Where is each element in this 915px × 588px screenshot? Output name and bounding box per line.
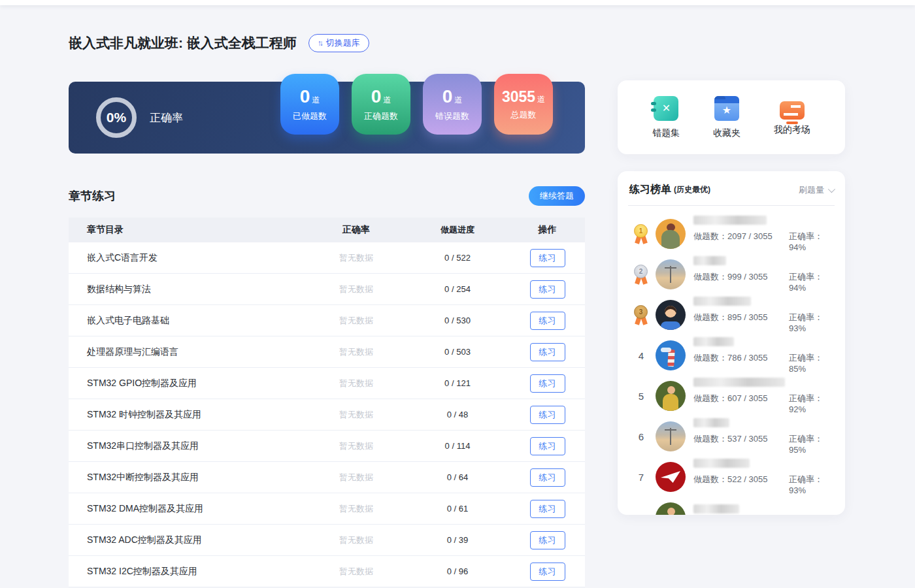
done-value: 999 / 3055 bbox=[727, 272, 767, 282]
done-value: 607 / 3055 bbox=[727, 393, 767, 403]
entry-accuracy-value: 94% bbox=[789, 283, 806, 293]
avatar bbox=[656, 340, 686, 370]
leaderboard-title: 练习榜单 bbox=[629, 183, 671, 197]
chapter-name: 数据结构与算法 bbox=[69, 284, 307, 295]
practice-button[interactable]: 练习 bbox=[530, 249, 565, 267]
summary-banner: 0% 正确率 0 道 已做题数 bbox=[69, 82, 585, 154]
entry-accuracy-value: 92% bbox=[789, 404, 806, 414]
done-label: 做题数： bbox=[693, 474, 727, 484]
switch-arrows-icon: ↑↓ bbox=[318, 39, 322, 48]
leaderboard-entry-info: 做题数： 正确率： bbox=[693, 504, 835, 515]
table-row: 嵌入式电子电路基础 暂无数据 0 / 530 练习 bbox=[69, 305, 585, 336]
chapter-name: STM32 ADC控制器及其应用 bbox=[69, 534, 307, 546]
stat-card: 0 道 错误题数 bbox=[423, 74, 482, 135]
entry-accuracy-value: 85% bbox=[789, 364, 806, 374]
done-label: 做题数： bbox=[693, 231, 727, 241]
blurred-username bbox=[693, 459, 750, 468]
shortcut-item[interactable]: ✕ 错题集 bbox=[652, 96, 680, 139]
table-row: STM32 GPIO控制器及应用 暂无数据 0 / 121 练习 bbox=[69, 368, 585, 399]
done-label: 做题数： bbox=[693, 353, 727, 363]
leaderboard-row: 4 4 做题数：786 / 3055 bbox=[628, 335, 835, 376]
done-value: 895 / 3055 bbox=[727, 312, 767, 322]
done-label: 做题数： bbox=[693, 272, 727, 282]
done-label: 做题数： bbox=[693, 393, 727, 403]
table-row: STM32 ADC控制器及其应用 暂无数据 0 / 39 练习 bbox=[69, 525, 585, 556]
leaderboard-row: 6 6 做题数：537 / 3055 bbox=[628, 416, 835, 457]
shortcut-item[interactable]: ★ 收藏夹 bbox=[713, 96, 740, 139]
practice-dashboard-page: 嵌入式非凡就业班: 嵌入式全栈工程师 ↑↓ 切换题库 0% 正确率 bbox=[0, 5, 915, 587]
table-row: STM32串口控制器及其应用 暂无数据 0 / 114 练习 bbox=[69, 431, 585, 462]
title-row: 嵌入式非凡就业班: 嵌入式全栈工程师 ↑↓ 切换题库 bbox=[69, 34, 915, 52]
page-title: 嵌入式非凡就业班: 嵌入式全栈工程师 bbox=[69, 34, 297, 52]
entry-accuracy-value: 95% bbox=[789, 445, 806, 455]
table-row: 嵌入式C语言开发 暂无数据 0 / 522 练习 bbox=[69, 242, 585, 274]
stat-card: 0 道 正确题数 bbox=[352, 74, 410, 135]
blurred-username bbox=[693, 216, 767, 225]
leaderboard-entry-info: 做题数：999 / 3055 正确率：94% bbox=[693, 256, 835, 293]
avatar bbox=[656, 300, 686, 330]
continue-answering-button[interactable]: 继续答题 bbox=[529, 186, 585, 206]
table-row: 数据结构与算法 暂无数据 0 / 254 练习 bbox=[69, 274, 585, 305]
rank-cell: 2 bbox=[628, 265, 654, 284]
table-row: STM32 DMA控制器及其应用 暂无数据 0 / 61 练习 bbox=[69, 493, 585, 525]
practice-button[interactable]: 练习 bbox=[530, 468, 565, 487]
done-value: 786 / 3055 bbox=[727, 353, 767, 363]
entry-accuracy-value: 93% bbox=[789, 485, 806, 495]
done-value: 537 / 3055 bbox=[727, 434, 767, 444]
chapter-accuracy: 暂无数据 bbox=[307, 503, 405, 515]
medal-icon: 2 bbox=[633, 265, 649, 284]
stat-value: 0 bbox=[442, 86, 453, 107]
blurred-username bbox=[693, 297, 751, 306]
practice-button[interactable]: 练习 bbox=[530, 531, 565, 549]
rank-cell: 8 8 bbox=[628, 512, 654, 515]
switch-question-bank-button[interactable]: ↑↓ 切换题库 bbox=[308, 34, 369, 52]
stat-unit: 道 bbox=[537, 94, 545, 105]
practice-button[interactable]: 练习 bbox=[530, 437, 565, 455]
divider bbox=[628, 205, 835, 206]
chapter-progress: 0 / 61 bbox=[405, 504, 510, 514]
done-label: 做题数： bbox=[693, 312, 727, 322]
icon-glyph bbox=[780, 101, 805, 120]
practice-button[interactable]: 练习 bbox=[530, 563, 565, 581]
practice-button[interactable]: 练习 bbox=[530, 280, 565, 299]
table-row: STM32 时钟控制器及其应用 暂无数据 0 / 48 练习 bbox=[69, 399, 585, 431]
leaderboard-row: 2 做题数：999 / 3055 bbox=[628, 254, 835, 295]
chapter-accuracy: 暂无数据 bbox=[307, 409, 405, 421]
accuracy-ring: 0% bbox=[96, 97, 137, 138]
shortcut-item[interactable]: 我的考场 bbox=[774, 99, 810, 136]
leaderboard-sort-select[interactable]: 刷题量 bbox=[799, 184, 833, 196]
leaderboard-row: 8 8 做题数： bbox=[628, 497, 835, 515]
chapter-name: STM32中断控制器及其应用 bbox=[69, 472, 307, 483]
table-header: 章节目录 正确率 做题进度 操作 bbox=[69, 218, 585, 242]
chapter-progress: 0 / 96 bbox=[405, 566, 510, 576]
main-column: 0% 正确率 0 道 已做题数 bbox=[69, 52, 585, 587]
chapter-accuracy: 暂无数据 bbox=[307, 315, 405, 327]
leaderboard-entry-info: 做题数：895 / 3055 正确率：93% bbox=[693, 297, 835, 333]
leaderboard-row: 3 做题数：895 / 3055 bbox=[628, 295, 835, 335]
leaderboard-entry-info: 做题数：786 / 3055 正确率：85% bbox=[693, 337, 835, 374]
chapter-accuracy: 暂无数据 bbox=[307, 566, 405, 578]
leaderboard-header: 练习榜单 (历史最优) 刷题量 bbox=[628, 183, 835, 197]
rank-cell: 6 6 bbox=[628, 431, 654, 442]
chapter-accuracy: 暂无数据 bbox=[307, 534, 405, 546]
chapter-progress: 0 / 522 bbox=[405, 253, 510, 263]
accuracy-label: 正确率 bbox=[150, 110, 183, 125]
avatar bbox=[656, 259, 686, 289]
practice-button[interactable]: 练习 bbox=[530, 500, 565, 518]
chapter-accuracy: 暂无数据 bbox=[307, 346, 405, 358]
icon-glyph: ✕ bbox=[654, 96, 678, 121]
shortcut-icon: ✕ bbox=[654, 96, 678, 121]
practice-button[interactable]: 练习 bbox=[530, 312, 565, 330]
practice-button[interactable]: 练习 bbox=[530, 406, 565, 424]
blurred-username bbox=[693, 418, 729, 427]
practice-button[interactable]: 练习 bbox=[530, 343, 565, 361]
chapter-name: STM32 时钟控制器及其应用 bbox=[69, 409, 307, 421]
entry-accuracy-label: 正确率： bbox=[789, 272, 823, 282]
avatar bbox=[656, 502, 686, 515]
chapter-name: 嵌入式电子电路基础 bbox=[69, 315, 307, 327]
chapter-accuracy: 暂无数据 bbox=[307, 284, 405, 295]
chevron-down-icon bbox=[828, 185, 835, 192]
avatar bbox=[656, 219, 686, 249]
chapter-accuracy: 暂无数据 bbox=[307, 472, 405, 483]
practice-button[interactable]: 练习 bbox=[530, 374, 565, 393]
